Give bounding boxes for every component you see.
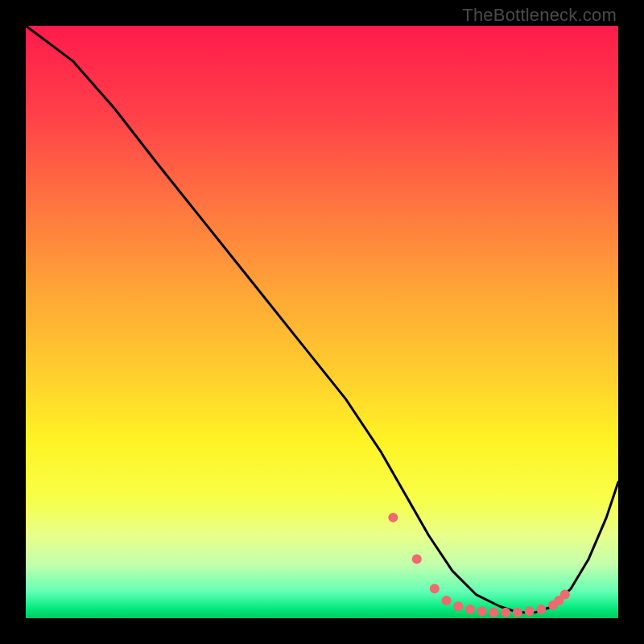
marker-dot [388,513,398,522]
marker-dot [430,584,440,593]
marker-dot [465,605,475,614]
marker-dot [560,590,570,600]
marker-dot [453,601,463,611]
marker-dot [501,608,510,617]
marker-dot [525,606,535,616]
marker-dot [412,554,422,564]
marker-dot [513,608,522,617]
marker-dot [442,596,452,605]
marker-dot [536,605,546,614]
watermark-text: TheBottleneck.com [462,5,617,26]
gradient-rect [26,26,618,618]
marker-dot [489,608,498,617]
chart-frame [26,26,618,618]
bottleneck-chart [26,26,618,618]
marker-dot [477,606,487,616]
